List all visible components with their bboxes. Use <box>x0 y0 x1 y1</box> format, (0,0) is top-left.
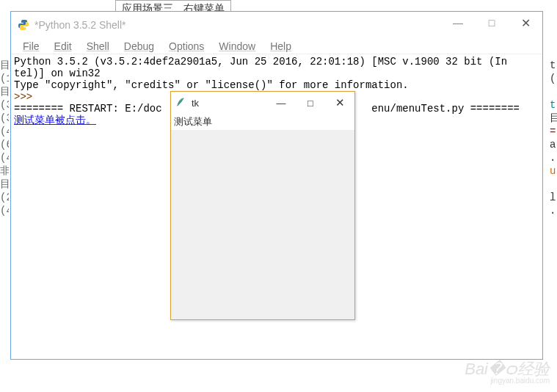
tk-window: tk — □ ✕ 测试菜单 <box>170 91 355 320</box>
watermark-main: Bai�ѻ经验 <box>465 360 550 378</box>
tk-menubar: 测试菜单 <box>171 114 354 130</box>
menu-debug[interactable]: Debug <box>117 40 161 52</box>
idle-titlebar[interactable]: *Python 3.5.2 Shell* — □ ✕ <box>11 12 542 38</box>
minimize-button[interactable]: — <box>441 12 475 34</box>
menu-shell[interactable]: Shell <box>79 40 117 52</box>
shell-restart-right: enu/menuTest.py ======== <box>371 103 520 115</box>
shell-banner-line2: tel)] on win32 <box>14 68 101 79</box>
tk-window-controls: — □ ✕ <box>266 92 354 114</box>
maximize-button[interactable]: □ <box>475 12 509 34</box>
baidu-watermark: Bai�ѻ经验 jingyan.baidu.com <box>465 361 550 385</box>
shell-banner-line3: Type "copyright", "credits" or "license(… <box>14 79 409 91</box>
shell-banner-line1: Python 3.5.2 (v3.5.2:4def2a2901a5, Jun 2… <box>14 56 507 68</box>
idle-menubar: File Edit Shell Debug Options Window Hel… <box>11 38 542 54</box>
python-icon <box>17 18 30 32</box>
tk-body[interactable] <box>171 130 354 319</box>
idle-window-controls: — □ ✕ <box>441 12 542 34</box>
watermark-sub: jingyan.baidu.com <box>465 377 550 385</box>
tk-close-button[interactable]: ✕ <box>325 92 354 114</box>
menu-options[interactable]: Options <box>161 40 211 52</box>
tk-feather-icon <box>175 97 187 109</box>
background-left-code: 目 (1 目 (3 (3 (4 (6 (4 非 目 (2 (4 <box>0 59 9 308</box>
shell-output: 测试菜单被点击。 <box>14 115 96 126</box>
idle-title: *Python 3.5.2 Shell* <box>34 19 126 31</box>
close-button[interactable]: ✕ <box>509 12 542 34</box>
shell-prompt: >>> <box>14 91 39 103</box>
menu-file[interactable]: File <box>15 40 47 52</box>
shell-restart-left: ======== RESTART: E:/doc <box>14 103 162 115</box>
tk-menu-test[interactable]: 测试菜单 <box>174 115 212 128</box>
menu-help[interactable]: Help <box>263 40 299 52</box>
tk-title: tk <box>192 98 199 109</box>
tk-minimize-button[interactable]: — <box>266 92 296 114</box>
menu-window[interactable]: Window <box>211 40 263 52</box>
background-right-code: t ( t 目 = a . u l . <box>550 59 557 279</box>
tk-titlebar[interactable]: tk — □ ✕ <box>171 92 354 114</box>
menu-edit[interactable]: Edit <box>47 40 79 52</box>
tk-maximize-button[interactable]: □ <box>296 92 325 114</box>
